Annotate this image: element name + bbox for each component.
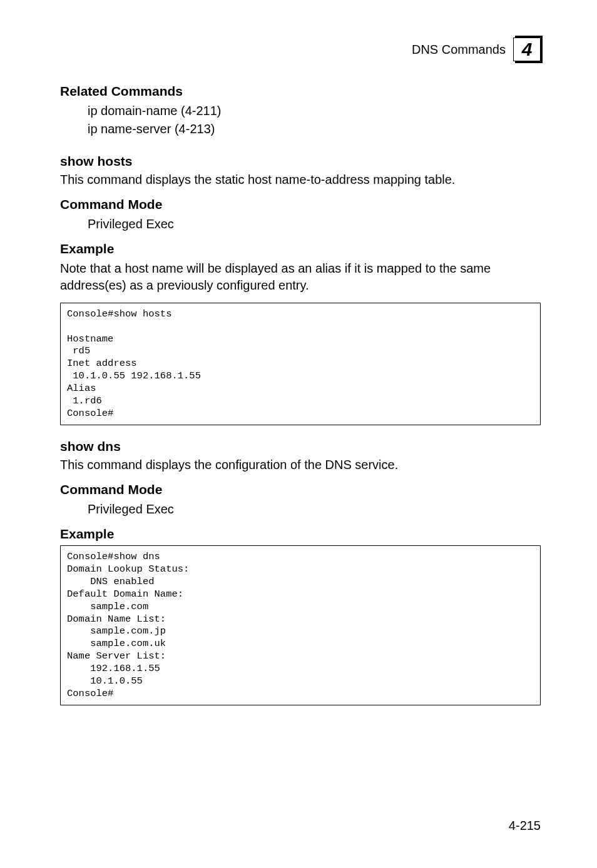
show-dns-desc: This command displays the configuration … [60,457,541,473]
command-mode-value: Privileged Exec [88,501,541,518]
related-commands-heading: Related Commands [60,84,541,99]
chapter-badge: 4 [513,38,541,61]
show-dns-code: Console#show dns Domain Lookup Status: D… [60,545,541,705]
page-number: 4-215 [509,819,541,833]
command-mode-heading: Command Mode [60,197,541,212]
show-hosts-desc: This command displays the static host na… [60,171,541,188]
related-command-item: ip name-server (4-213) [88,121,541,138]
command-mode-heading: Command Mode [60,482,541,497]
command-mode-value: Privileged Exec [88,216,541,233]
show-dns-heading: show dns [60,439,541,454]
example-heading: Example [60,527,541,542]
chapter-number: 4 [522,40,533,59]
show-hosts-heading: show hosts [60,154,541,169]
page-header: DNS Commands 4 [60,38,541,61]
header-title: DNS Commands [412,43,506,57]
related-command-item: ip domain-name (4-211) [88,103,541,119]
example-heading: Example [60,241,541,256]
show-hosts-code: Console#show hosts Hostname rd5 Inet add… [60,303,541,425]
example-note: Note that a host name will be displayed … [60,260,541,294]
